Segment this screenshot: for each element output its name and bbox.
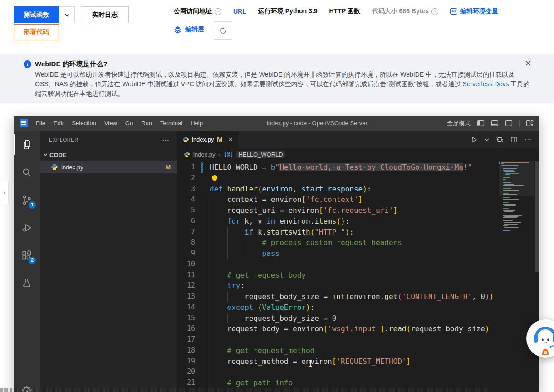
run-dropdown-chevron-icon[interactable]: [485, 138, 489, 142]
serverless-devs-link[interactable]: Serverless Devs: [462, 80, 509, 88]
banner-body: WebIDE 是可以帮助开发者快速进行代码测试，以及项目构建、依赖安装，但是 W…: [35, 70, 532, 98]
code-line-9[interactable]: 9 pass: [177, 248, 499, 259]
mouse-text-cursor: [310, 360, 311, 367]
explorer-activity-button[interactable]: [14, 131, 40, 158]
scrollbar-slider[interactable]: [535, 161, 539, 272]
breadcrumbs: index.py › [@] HELLO_WORLD: [177, 148, 539, 160]
open-changes-icon[interactable]: [496, 136, 504, 143]
menu-help[interactable]: Help: [186, 116, 207, 131]
edit-env-vars-link[interactable]: 编辑环境变量: [460, 7, 498, 15]
split-editor-icon[interactable]: [510, 136, 518, 143]
code-line-19[interactable]: 19 request_method = environ['REQUEST_MET…: [177, 356, 499, 367]
deploy-code-button[interactable]: 部署代码: [14, 24, 59, 40]
refresh-button[interactable]: [214, 21, 232, 40]
menu-run[interactable]: Run: [137, 116, 156, 131]
menu-edit[interactable]: Edit: [49, 116, 68, 131]
code-line-8[interactable]: 8 # process custom request headers: [177, 237, 499, 248]
code-editor[interactable]: 1HELLO_WORLD = b"Hello·world,·a·Test·by·…: [177, 160, 499, 392]
menu-file[interactable]: File: [32, 116, 49, 131]
banner-title: WebIDE 的环境是什么?: [35, 60, 108, 69]
run-debug-activity-button[interactable]: [14, 214, 40, 241]
file-item-indexpy[interactable]: index.py M: [40, 161, 177, 173]
titlebar: FileEditSelectionViewGoRunTerminalHelp i…: [14, 116, 539, 131]
line-text: context = environ['fc.context']: [210, 194, 363, 205]
explorer-section-code[interactable]: CODE: [40, 149, 177, 161]
code-line-20[interactable]: 20: [177, 367, 499, 377]
tab-close-icon[interactable]: ✕: [228, 136, 233, 143]
activity-bar: 1 2 ⚙: [14, 131, 40, 392]
breadcrumb-file[interactable]: index.py: [193, 151, 215, 158]
test-function-dropdown-button[interactable]: [59, 6, 75, 23]
breadcrumb-symbol[interactable]: HELLO_WORLD: [236, 151, 284, 158]
code-line-6[interactable]: 6 for k, v in environ.items():: [177, 216, 499, 227]
code-line-4[interactable]: 4 context = environ['fc.context']: [177, 194, 499, 205]
line-text: request_body = environ['wsgi.input'].rea…: [210, 323, 490, 334]
banner-close-icon[interactable]: ✕: [523, 59, 533, 69]
code-line-1[interactable]: 1HELLO_WORLD = b"Hello·world,·a·Test·by·…: [177, 162, 499, 173]
line-text: def handler(environ, start_response):: [210, 184, 371, 195]
url-link[interactable]: URL: [233, 8, 246, 15]
indent-guide: [210, 356, 210, 367]
side-drawer-expand-button[interactable]: ›: [0, 181, 9, 205]
help-icon[interactable]: ?: [431, 8, 438, 15]
code-line-3[interactable]: 3def handler(environ, start_response):: [177, 184, 499, 195]
code-line-14[interactable]: 14 except (ValueError):: [177, 302, 499, 313]
code-line-7[interactable]: 7 if k.startswith("HTTP_"):: [177, 227, 499, 238]
layers-icon: [174, 26, 181, 34]
breadcrumb-separator: ›: [218, 151, 220, 158]
line-number: 20: [177, 367, 195, 377]
lightbulb-icon[interactable]: [212, 175, 217, 180]
refresh-icon: [219, 27, 227, 34]
edit-layer-row: 编辑层: [174, 24, 204, 35]
realtime-logs-button[interactable]: 实时日志: [81, 6, 129, 23]
explorer-more-actions-icon[interactable]: ⋯: [162, 136, 170, 144]
code-line-15[interactable]: 15 request_body_size = 0: [177, 313, 499, 324]
code-line-5[interactable]: 5 request_uri = environ['fc.request_uri'…: [177, 205, 499, 216]
test-function-button[interactable]: 测试函数: [14, 6, 59, 23]
source-control-activity-button[interactable]: 1: [14, 186, 40, 214]
code-line-16[interactable]: 16 request_body = environ['wsgi.input'].…: [177, 323, 499, 334]
toggle-sidebar-icon[interactable]: [477, 119, 485, 127]
search-activity-button[interactable]: [14, 158, 40, 186]
function-info-row: 公网访问地址 ? URL 运行环境 Python 3.9 HTTP 函数 代码大…: [174, 6, 498, 17]
line-text: request_uri = environ['fc.request_uri']: [210, 205, 397, 216]
extensions-activity-button[interactable]: 2: [14, 241, 40, 269]
toggle-secondary-sidebar-icon[interactable]: [505, 119, 513, 127]
editor-more-actions-icon[interactable]: ⋯: [525, 136, 532, 144]
menu-go[interactable]: Go: [121, 116, 137, 131]
menu-view[interactable]: View: [100, 116, 121, 131]
testing-activity-button[interactable]: [14, 269, 40, 297]
file-name: index.py: [61, 164, 83, 171]
code-line-10[interactable]: 10: [177, 259, 499, 270]
help-icon[interactable]: ?: [215, 8, 221, 15]
tab-bar: index.py M ✕ ⋯: [177, 131, 539, 148]
code-line-13[interactable]: 13 request_body_size = int(environ.get('…: [177, 291, 499, 302]
code-line-2[interactable]: 2: [177, 173, 499, 184]
chevron-down-icon: [64, 13, 70, 17]
code-line-21[interactable]: 21 # get path info: [177, 377, 499, 388]
fullscreen-toggle[interactable]: 全屏模式: [447, 119, 471, 127]
run-file-icon[interactable]: [471, 136, 478, 143]
indent-guide: [210, 367, 210, 377]
edit-layer-link[interactable]: 编辑层: [185, 25, 204, 34]
menu-selection[interactable]: Selection: [68, 116, 100, 131]
menu-bar: FileEditSelectionViewGoRunTerminalHelp: [32, 116, 207, 131]
code-line-12[interactable]: 12 try:: [177, 280, 499, 291]
source-control-badge: 1: [29, 201, 36, 209]
support-chat-widget[interactable]: [526, 319, 554, 358]
customize-layout-icon[interactable]: [526, 119, 534, 127]
code-line-11[interactable]: 11 # get request_body: [177, 270, 499, 281]
tab-modified-badge: M: [216, 136, 222, 144]
public-url-label: 公网访问地址: [174, 7, 212, 15]
edit-env-group[interactable]: </> 编辑环境变量: [450, 7, 498, 15]
menu-terminal[interactable]: Terminal: [156, 116, 186, 131]
banner-text-1: WebIDE 是可以帮助开发者快速进行代码测试，以及项目构建、依赖安装，但是 W…: [35, 71, 515, 88]
toggle-panel-icon[interactable]: [491, 119, 499, 127]
env-vars-icon: </>: [450, 8, 457, 15]
line-number: 9: [177, 248, 195, 259]
tab-indexpy[interactable]: index.py M ✕: [177, 131, 239, 148]
code-line-17[interactable]: 17: [177, 334, 499, 345]
line-text: # get path info: [210, 377, 293, 388]
minimap-selection-marker: [499, 162, 500, 164]
code-line-18[interactable]: 18 # get request_method: [177, 345, 499, 356]
